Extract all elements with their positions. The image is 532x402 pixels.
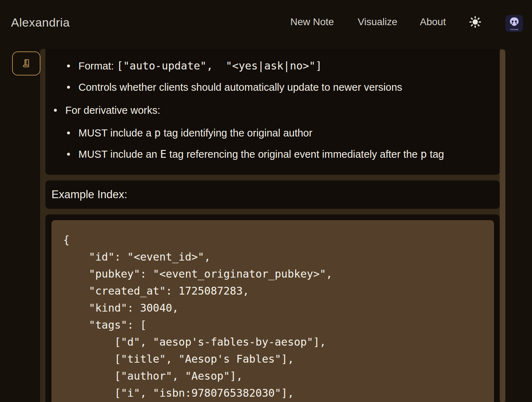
code-line: "kind": 30040, <box>63 300 494 317</box>
code-line: "created_at": 1725087283, <box>63 283 494 300</box>
sidebar-toggle-button[interactable] <box>12 51 40 76</box>
gitcitadel-logo[interactable]: GitCitadel <box>505 15 523 32</box>
content-scroll-area: Format: ["auto-update", "<yes|ask|no>"] … <box>40 49 505 402</box>
app-title: Alexandria <box>11 16 70 29</box>
bullet-text: MUST include an E tag referencing the or… <box>78 147 444 161</box>
bullet-dot <box>67 86 70 89</box>
scrollbar-thumb[interactable] <box>500 50 505 402</box>
bullet-text: MUST include a p tag identifying the ori… <box>78 126 312 140</box>
bullet-controls: Controls whether clients should automati… <box>67 80 402 94</box>
bullet-text: Controls whether clients should automati… <box>78 80 402 94</box>
inline-code: p <box>154 127 161 139</box>
example-heading-card: Example Index: <box>45 180 500 209</box>
inline-code: E <box>160 148 166 160</box>
nav-about[interactable]: About <box>420 16 446 28</box>
top-bar: Alexandria New Note Visualize About <box>0 0 532 43</box>
code-line: ["title", "Aesop's Fables"], <box>63 351 494 368</box>
code-line: ["d", "aesop's-fables-by-aesop"], <box>63 334 494 351</box>
bullet-format: Format: ["auto-update", "<yes|ask|no>"] <box>67 59 322 73</box>
book-icon <box>21 58 32 69</box>
bullet-dot <box>67 132 70 134</box>
example-index-heading: Example Index: <box>51 188 127 201</box>
gitcitadel-shield-icon: GitCitadel <box>505 15 523 32</box>
code-line: ["i", "isbn:9780765382030"], <box>63 385 494 402</box>
nav-visualize[interactable]: Visualize <box>358 16 397 28</box>
code-line: "tags": [ <box>63 317 494 334</box>
theme-toggle-button[interactable] <box>469 16 482 28</box>
bullet-dot <box>54 109 57 112</box>
code-line: ["author", "Aesop"], <box>63 368 494 385</box>
bullet-text: Format: ["auto-update", "<yes|ask|no>"] <box>78 59 322 73</box>
bullet-must-p-tag: MUST include a p tag identifying the ori… <box>67 126 312 140</box>
bullet-derivative-works: For derivative works: <box>54 103 160 117</box>
nav-new-note[interactable]: New Note <box>290 16 334 28</box>
svg-text:GitCitadel: GitCitadel <box>510 28 519 30</box>
bullet-dot <box>67 65 70 67</box>
code-line: "id": "<event_id>", <box>63 249 494 266</box>
sun-icon <box>469 16 482 28</box>
bullet-must-e-tag: MUST include an E tag referencing the or… <box>67 147 444 161</box>
inline-code: ["auto-update", "<yes|ask|no>"] <box>117 60 322 72</box>
code-line: "pubkey": "<event_originator_pubkey>", <box>63 266 494 283</box>
bullet-text: For derivative works: <box>65 103 160 117</box>
inline-code: p <box>421 148 427 160</box>
doc-bullets-card: Format: ["auto-update", "<yes|ask|no>"] … <box>45 49 500 175</box>
bullet-dot <box>67 153 70 156</box>
code-line: { <box>63 231 494 249</box>
json-code-block: { "id": "<event_id>", "pubkey": "<event_… <box>51 220 494 402</box>
code-example-card: { "id": "<event_id>", "pubkey": "<event_… <box>45 214 500 402</box>
